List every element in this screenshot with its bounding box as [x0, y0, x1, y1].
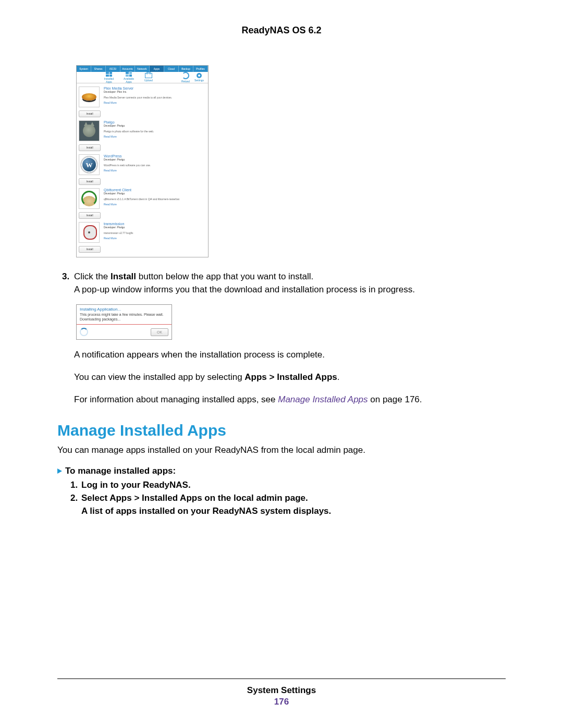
app-title[interactable]: Qbittorrent Client	[104, 188, 180, 192]
apps-toolbar: Installed Apps Available Apps Upload Rel…	[77, 72, 208, 83]
after-line1: A notification appears when the installa…	[74, 348, 506, 361]
read-more-link[interactable]: Read More	[104, 237, 133, 240]
available-apps-label: Available Apps	[124, 77, 134, 83]
manage-installed-apps-link[interactable]: Manage Installed Apps	[278, 394, 368, 404]
ok-button[interactable]: OK	[151, 328, 168, 336]
app-developer: Developer: Piwigo	[104, 124, 154, 128]
app-entry: Install Qbittorrent Client Developer: Pi…	[77, 185, 208, 219]
app-title[interactable]: transmission	[104, 222, 133, 226]
settings-label: Settings	[194, 79, 204, 82]
procedure-heading: To manage installed apps:	[57, 466, 506, 476]
plex-icon	[79, 87, 100, 107]
tab-profiles[interactable]: Profiles	[193, 66, 208, 72]
app-description: Piwigo is photo album software for the w…	[104, 130, 154, 133]
reload-tile-icon[interactable]: Reload	[181, 72, 190, 83]
section-intro: You can manage apps installed on your Re…	[57, 443, 506, 456]
app-developer: Developer: Plex Inc.	[104, 90, 172, 94]
install-button[interactable]: Install	[79, 212, 101, 219]
step-item: Log in to your ReadyNAS.	[80, 478, 506, 491]
app-description: qBittorrent v3.1.1 A BitTorrent client i…	[104, 198, 180, 201]
main-tabs: System Shares iSCSI Accounts Network App…	[77, 66, 208, 72]
app-entry: Install Piwigo Developer: Piwigo Piwigo …	[77, 117, 208, 151]
step-item: Select Apps > Installed Apps on the loca…	[80, 491, 506, 517]
app-description: WordPress is web software you can use.	[104, 164, 151, 167]
triangle-icon	[57, 468, 62, 474]
footer-page-number: 176	[0, 697, 563, 707]
app-entry: Install Plex Media Server Developer: Ple…	[77, 83, 208, 117]
step-3: Click the Install button below the app t…	[72, 270, 506, 296]
page-footer: System Settings 176	[0, 678, 563, 707]
install-button[interactable]: Install	[79, 178, 101, 185]
step-3-line2: A pop-up window informs you that the dow…	[74, 285, 415, 294]
upload-label: Upload	[144, 79, 153, 82]
app-entry: Install transmission Developer: Piwigo t…	[77, 219, 208, 257]
post-install-text: A notification appears when the installa…	[74, 348, 506, 406]
transmission-icon	[79, 222, 100, 243]
install-button[interactable]: Install	[79, 144, 101, 151]
available-apps-tile-icon[interactable]: Available Apps	[121, 71, 137, 83]
after-line3: For information about managing installed…	[74, 393, 506, 406]
piwigo-icon	[79, 120, 100, 141]
app-developer: Developer: Piwigo	[104, 226, 133, 229]
tab-backup[interactable]: Backup	[179, 66, 193, 72]
page-header: ReadyNAS OS 6.2	[57, 25, 506, 36]
tab-network[interactable]: Network	[135, 66, 150, 72]
installed-apps-tile-icon[interactable]: Installed Apps	[101, 71, 117, 83]
reload-label: Reload	[181, 80, 190, 83]
tab-apps[interactable]: Apps	[150, 66, 164, 72]
app-developer: Developer: Piwigo	[104, 158, 151, 162]
app-title[interactable]: WordPress	[104, 154, 151, 158]
step-3-text-a: Click the	[74, 272, 111, 281]
app-description: transmission v2.77 bugfix	[104, 231, 133, 235]
upload-tile-icon[interactable]: Upload	[141, 73, 156, 82]
app-title[interactable]: Plex Media Server	[104, 87, 172, 90]
popup-title: Installing Application...	[77, 305, 172, 313]
tab-system[interactable]: System	[77, 66, 91, 72]
qbittorrent-icon	[79, 188, 100, 209]
install-button[interactable]: Install	[79, 110, 101, 117]
step-3-bold: Install	[111, 272, 136, 281]
apps-screenshot: System Shares iSCSI Accounts Network App…	[76, 65, 209, 257]
installing-popup: Installing Application... This process m…	[76, 304, 172, 340]
read-more-link[interactable]: Read More	[104, 203, 180, 206]
footer-section: System Settings	[0, 685, 563, 696]
spinner-icon	[80, 328, 88, 336]
app-title[interactable]: Piwigo	[104, 120, 154, 124]
read-more-link[interactable]: Read More	[104, 135, 154, 139]
footer-rule	[57, 678, 506, 679]
section-heading: Manage Installed Apps	[57, 422, 506, 439]
settings-tile-icon[interactable]: Settings	[194, 73, 204, 82]
popup-message: This process might take a few minutes. P…	[77, 313, 172, 317]
step-3-text-b: button below the app that you want to in…	[136, 272, 313, 281]
app-description: Plex Media Server connects your media to…	[104, 96, 172, 100]
read-more-link[interactable]: Read More	[104, 169, 151, 172]
read-more-link[interactable]: Read More	[104, 101, 172, 105]
wordpress-icon	[79, 154, 100, 175]
after-line2: You can view the installed app by select…	[74, 371, 506, 384]
popup-status: Downloading packages...	[77, 317, 172, 325]
app-entry: Install WordPress Developer: Piwigo Word…	[77, 151, 208, 185]
tab-cloud[interactable]: Cloud	[164, 66, 179, 72]
install-button[interactable]: Install	[79, 246, 101, 253]
app-developer: Developer: Piwigo	[104, 192, 180, 195]
installed-apps-label: Installed Apps	[104, 77, 114, 83]
